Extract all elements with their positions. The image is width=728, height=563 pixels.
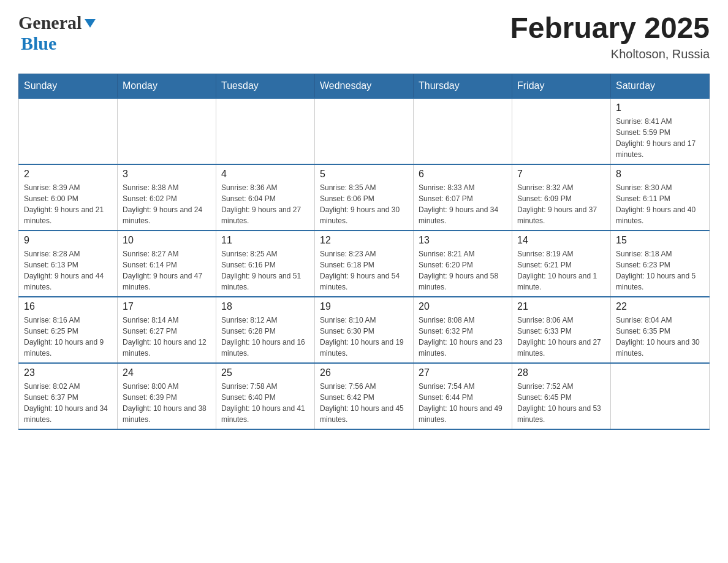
logo: General Blue (18, 12, 96, 54)
table-row: 27Sunrise: 7:54 AM Sunset: 6:44 PM Dayli… (414, 363, 512, 429)
table-row: 2Sunrise: 8:39 AM Sunset: 6:00 PM Daylig… (19, 164, 118, 231)
table-row: 3Sunrise: 8:38 AM Sunset: 6:02 PM Daylig… (118, 164, 216, 231)
day-number: 13 (419, 235, 507, 246)
col-tuesday: Tuesday (216, 74, 315, 98)
table-row: 15Sunrise: 8:18 AM Sunset: 6:23 PM Dayli… (611, 231, 710, 297)
day-number: 5 (320, 169, 408, 180)
day-number: 23 (24, 367, 112, 378)
day-number: 1 (616, 102, 704, 113)
table-row (611, 363, 710, 429)
day-info: Sunrise: 8:33 AM Sunset: 6:07 PM Dayligh… (419, 182, 507, 226)
day-number: 22 (616, 301, 704, 312)
day-number: 16 (24, 301, 112, 312)
day-number: 10 (123, 235, 211, 246)
table-row: 18Sunrise: 8:12 AM Sunset: 6:28 PM Dayli… (216, 297, 315, 363)
table-row (118, 98, 216, 164)
col-sunday: Sunday (19, 74, 118, 98)
page-title: February 2025 (510, 12, 710, 45)
day-number: 25 (221, 367, 309, 378)
day-number: 6 (419, 169, 507, 180)
table-row: 21Sunrise: 8:06 AM Sunset: 6:33 PM Dayli… (512, 297, 611, 363)
table-row: 1Sunrise: 8:41 AM Sunset: 5:59 PM Daylig… (611, 98, 710, 164)
day-info: Sunrise: 8:10 AM Sunset: 6:30 PM Dayligh… (320, 315, 408, 359)
day-info: Sunrise: 8:02 AM Sunset: 6:37 PM Dayligh… (24, 381, 112, 425)
day-number: 7 (517, 169, 605, 180)
location-subtitle: Kholtoson, Russia (510, 47, 710, 61)
table-row: 23Sunrise: 8:02 AM Sunset: 6:37 PM Dayli… (19, 363, 118, 429)
calendar-week-row: 23Sunrise: 8:02 AM Sunset: 6:37 PM Dayli… (19, 363, 710, 429)
day-number: 8 (616, 169, 704, 180)
table-row: 5Sunrise: 8:35 AM Sunset: 6:06 PM Daylig… (315, 164, 414, 231)
calendar-week-row: 9Sunrise: 8:28 AM Sunset: 6:13 PM Daylig… (19, 231, 710, 297)
table-row: 6Sunrise: 8:33 AM Sunset: 6:07 PM Daylig… (414, 164, 512, 231)
table-row (315, 98, 414, 164)
day-info: Sunrise: 7:54 AM Sunset: 6:44 PM Dayligh… (419, 381, 507, 425)
table-row (414, 98, 512, 164)
table-row (19, 98, 118, 164)
table-row: 24Sunrise: 8:00 AM Sunset: 6:39 PM Dayli… (118, 363, 216, 429)
day-info: Sunrise: 8:35 AM Sunset: 6:06 PM Dayligh… (320, 182, 408, 226)
day-info: Sunrise: 8:00 AM Sunset: 6:39 PM Dayligh… (123, 381, 211, 425)
table-row (512, 98, 611, 164)
page-header: General Blue February 2025 Kholtoson, Ru… (18, 12, 710, 61)
calendar-header-row: Sunday Monday Tuesday Wednesday Thursday… (19, 74, 710, 98)
day-info: Sunrise: 8:27 AM Sunset: 6:14 PM Dayligh… (123, 248, 211, 293)
table-row: 22Sunrise: 8:04 AM Sunset: 6:35 PM Dayli… (611, 297, 710, 363)
day-number: 28 (517, 367, 605, 378)
table-row: 9Sunrise: 8:28 AM Sunset: 6:13 PM Daylig… (19, 231, 118, 297)
col-saturday: Saturday (611, 74, 710, 98)
day-info: Sunrise: 8:21 AM Sunset: 6:20 PM Dayligh… (419, 248, 507, 293)
day-info: Sunrise: 8:39 AM Sunset: 6:00 PM Dayligh… (24, 182, 112, 226)
day-info: Sunrise: 8:06 AM Sunset: 6:33 PM Dayligh… (517, 315, 605, 359)
table-row: 26Sunrise: 7:56 AM Sunset: 6:42 PM Dayli… (315, 363, 414, 429)
day-info: Sunrise: 7:52 AM Sunset: 6:45 PM Dayligh… (517, 381, 605, 425)
col-monday: Monday (118, 74, 216, 98)
col-wednesday: Wednesday (315, 74, 414, 98)
day-info: Sunrise: 7:56 AM Sunset: 6:42 PM Dayligh… (320, 381, 408, 425)
table-row: 20Sunrise: 8:08 AM Sunset: 6:32 PM Dayli… (414, 297, 512, 363)
logo-blue-text: Blue (21, 33, 56, 53)
day-info: Sunrise: 8:38 AM Sunset: 6:02 PM Dayligh… (123, 182, 211, 226)
table-row: 4Sunrise: 8:36 AM Sunset: 6:04 PM Daylig… (216, 164, 315, 231)
day-info: Sunrise: 8:12 AM Sunset: 6:28 PM Dayligh… (221, 315, 309, 359)
day-number: 12 (320, 235, 408, 246)
table-row: 16Sunrise: 8:16 AM Sunset: 6:25 PM Dayli… (19, 297, 118, 363)
table-row: 14Sunrise: 8:19 AM Sunset: 6:21 PM Dayli… (512, 231, 611, 297)
day-info: Sunrise: 8:41 AM Sunset: 5:59 PM Dayligh… (616, 116, 704, 160)
day-info: Sunrise: 8:28 AM Sunset: 6:13 PM Dayligh… (24, 248, 112, 293)
day-number: 4 (221, 169, 309, 180)
day-info: Sunrise: 8:25 AM Sunset: 6:16 PM Dayligh… (221, 248, 309, 293)
calendar-table: Sunday Monday Tuesday Wednesday Thursday… (18, 74, 710, 430)
day-number: 11 (221, 235, 309, 246)
day-info: Sunrise: 8:16 AM Sunset: 6:25 PM Dayligh… (24, 315, 112, 359)
day-info: Sunrise: 8:04 AM Sunset: 6:35 PM Dayligh… (616, 315, 704, 359)
day-info: Sunrise: 8:19 AM Sunset: 6:21 PM Dayligh… (517, 248, 605, 293)
table-row: 13Sunrise: 8:21 AM Sunset: 6:20 PM Dayli… (414, 231, 512, 297)
day-info: Sunrise: 8:14 AM Sunset: 6:27 PM Dayligh… (123, 315, 211, 359)
day-number: 9 (24, 235, 112, 246)
day-number: 27 (419, 367, 507, 378)
day-number: 2 (24, 169, 112, 180)
table-row: 19Sunrise: 8:10 AM Sunset: 6:30 PM Dayli… (315, 297, 414, 363)
title-section: February 2025 Kholtoson, Russia (510, 12, 710, 61)
col-thursday: Thursday (414, 74, 512, 98)
calendar-week-row: 1Sunrise: 8:41 AM Sunset: 5:59 PM Daylig… (19, 98, 710, 164)
calendar-week-row: 2Sunrise: 8:39 AM Sunset: 6:00 PM Daylig… (19, 164, 710, 231)
calendar-week-row: 16Sunrise: 8:16 AM Sunset: 6:25 PM Dayli… (19, 297, 710, 363)
table-row: 12Sunrise: 8:23 AM Sunset: 6:18 PM Dayli… (315, 231, 414, 297)
table-row: 10Sunrise: 8:27 AM Sunset: 6:14 PM Dayli… (118, 231, 216, 297)
logo-triangle-icon (85, 19, 96, 30)
day-number: 15 (616, 235, 704, 246)
table-row: 28Sunrise: 7:52 AM Sunset: 6:45 PM Dayli… (512, 363, 611, 429)
day-info: Sunrise: 8:23 AM Sunset: 6:18 PM Dayligh… (320, 248, 408, 293)
day-number: 14 (517, 235, 605, 246)
day-number: 26 (320, 367, 408, 378)
day-info: Sunrise: 8:08 AM Sunset: 6:32 PM Dayligh… (419, 315, 507, 359)
table-row: 7Sunrise: 8:32 AM Sunset: 6:09 PM Daylig… (512, 164, 611, 231)
day-info: Sunrise: 8:18 AM Sunset: 6:23 PM Dayligh… (616, 248, 704, 293)
day-number: 19 (320, 301, 408, 312)
day-info: Sunrise: 8:36 AM Sunset: 6:04 PM Dayligh… (221, 182, 309, 226)
day-number: 17 (123, 301, 211, 312)
svg-marker-0 (85, 19, 96, 28)
day-number: 20 (419, 301, 507, 312)
